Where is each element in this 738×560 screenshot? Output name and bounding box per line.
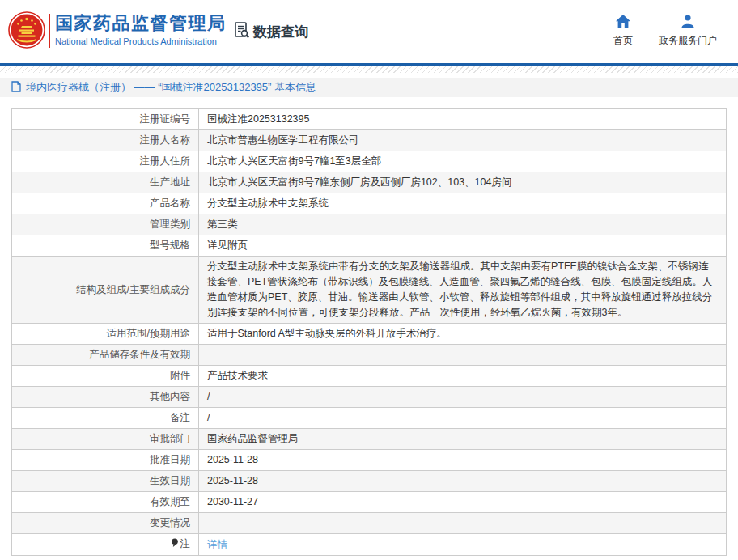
table-row: 其他内容/ <box>12 387 727 408</box>
row-label: 生产地址 <box>12 172 199 193</box>
row-value: 第三类 <box>199 214 727 235</box>
site-title: 国家药品监督管理局 <box>55 13 227 34</box>
row-value: 2030-11-27 <box>199 492 727 513</box>
row-label: 生效日期 <box>12 471 199 492</box>
row-label: 其他内容 <box>12 387 199 408</box>
table-row: 备注/ <box>12 408 727 429</box>
row-label: 审批部门 <box>12 429 199 450</box>
table-row: 附件产品技术要求 <box>12 366 727 387</box>
row-value: 北京市大兴区天富街9号7幢东侧厂房及西侧厂房102、103、104房间 <box>199 172 727 193</box>
breadcrumb-text: 境内医疗器械（注册） —— “国械注准20253132395” 基本信息 <box>26 80 316 95</box>
detail-link[interactable]: 详情 <box>207 539 227 550</box>
row-value: 北京市大兴区天富街9号7幢1至3层全部 <box>199 151 727 172</box>
table-row: 变更情况 <box>12 513 727 534</box>
table-row: 结构及组成/主要组成成分分支型主动脉术中支架系统由带有分支的支架及输送器组成。其… <box>12 257 727 324</box>
row-label: 注 <box>12 534 199 556</box>
user-icon <box>681 15 695 30</box>
row-value: 详见附页 <box>199 235 727 257</box>
row-label: 产品储存条件及有效期 <box>12 345 199 366</box>
row-label: 结构及组成/主要组成成分 <box>12 257 199 324</box>
row-label: 型号规格 <box>12 235 199 257</box>
row-value: 国家药品监督管理局 <box>199 429 727 450</box>
document-icon <box>11 81 21 95</box>
table-row: 注册人住所北京市大兴区天富街9号7幢1至3层全部 <box>12 151 727 172</box>
row-value: 产品技术要求 <box>199 366 727 387</box>
row-label: 变更情况 <box>12 513 199 534</box>
row-value: 北京市普惠生物医学工程有限公司 <box>199 130 727 151</box>
row-value: 分支型主动脉术中支架系统由带有分支的支架及输送器组成。其中支架由要有PTFE膜的… <box>199 257 727 324</box>
home-icon <box>616 15 630 30</box>
table-row: 注册人名称北京市普惠生物医学工程有限公司 <box>12 130 727 151</box>
nmpa-emblem-logo <box>8 11 45 49</box>
gov-portal-label: 政务服务门户 <box>659 34 717 48</box>
row-value: 2025-11-28 <box>199 450 727 471</box>
table-row: 批准日期2025-11-28 <box>12 450 727 471</box>
table-row: 有效期至2030-11-27 <box>12 492 727 513</box>
info-table-body: 注册证编号国械注准20253132395注册人名称北京市普惠生物医学工程有限公司… <box>12 109 727 556</box>
row-label: 产品名称 <box>12 193 199 214</box>
row-value: 国械注准20253132395 <box>199 109 727 130</box>
breadcrumb: 境内医疗器械（注册） —— “国械注准20253132395” 基本信息 <box>0 78 738 97</box>
data-query-icon <box>233 21 251 43</box>
row-label: 注册人住所 <box>12 151 199 172</box>
row-value <box>199 345 727 366</box>
table-row: 管理类别第三类 <box>12 214 727 235</box>
table-row: 适用范围/预期用途适用于Stanford A型主动脉夹层的外科开放手术治疗。 <box>12 324 727 345</box>
row-label: 附件 <box>12 366 199 387</box>
logo-divider <box>49 14 50 48</box>
table-row: 产品名称分支型主动脉术中支架系统 <box>12 193 727 214</box>
row-label: 注册证编号 <box>12 109 199 130</box>
home-link[interactable]: 首页 <box>613 15 633 48</box>
row-label: 适用范围/预期用途 <box>12 324 199 345</box>
header-hatch-band <box>0 66 738 73</box>
row-label: 注册人名称 <box>12 130 199 151</box>
table-row: 注册证编号国械注准20253132395 <box>12 109 727 130</box>
table-row: 产品储存条件及有效期 <box>12 345 727 366</box>
row-label: 备注 <box>12 408 199 429</box>
data-query-nav[interactable]: 数据查询 <box>233 21 308 43</box>
note-icon <box>171 537 179 553</box>
row-value: 分支型主动脉术中支架系统 <box>199 193 727 214</box>
row-label: 有效期至 <box>12 492 199 513</box>
registration-info-table: 注册证编号国械注准20253132395注册人名称北京市普惠生物医学工程有限公司… <box>11 108 727 556</box>
row-label: 批准日期 <box>12 450 199 471</box>
table-row: 生效日期2025-11-28 <box>12 471 727 492</box>
row-value <box>199 513 727 534</box>
row-value: 2025-11-28 <box>199 471 727 492</box>
table-row: 生产地址北京市大兴区天富街9号7幢东侧厂房及西侧厂房102、103、104房间 <box>12 172 727 193</box>
row-value: / <box>199 408 727 429</box>
quick-links: 首页 政务服务门户 <box>613 15 717 48</box>
data-query-label: 数据查询 <box>253 23 308 41</box>
row-value: 详情 <box>199 534 727 556</box>
site-subtitle: National Medical Products Administration <box>55 36 227 46</box>
brand-block: 国家药品监督管理局 National Medical Products Admi… <box>55 13 227 46</box>
site-header: 国家药品监督管理局 National Medical Products Admi… <box>0 0 738 63</box>
table-row: 型号规格详见附页 <box>12 235 727 257</box>
table-row: 审批部门国家药品监督管理局 <box>12 429 727 450</box>
row-value: / <box>199 387 727 408</box>
row-value: 适用于Stanford A型主动脉夹层的外科开放手术治疗。 <box>199 324 727 345</box>
row-label: 管理类别 <box>12 214 199 235</box>
home-link-label: 首页 <box>613 34 633 48</box>
table-row: 注详情 <box>12 534 727 556</box>
gov-portal-link[interactable]: 政务服务门户 <box>659 15 717 48</box>
